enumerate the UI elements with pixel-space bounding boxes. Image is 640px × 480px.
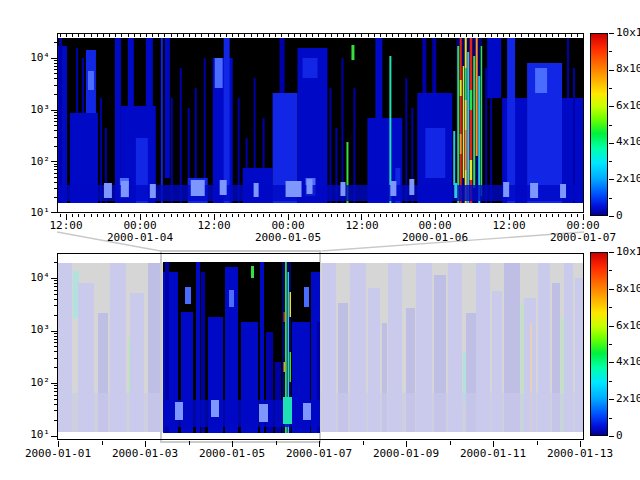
tick-mark [318, 34, 319, 37]
tick-mark [54, 315, 57, 316]
tick-mark [208, 34, 209, 37]
tick-mark [152, 214, 153, 217]
tick-mark [54, 182, 57, 183]
top-xtick-date: 2000-01-07 [543, 232, 623, 244]
tick-mark [51, 110, 57, 111]
tick-mark [503, 214, 504, 217]
bottom-xtick-label: 2000-01-09 [366, 448, 446, 460]
tick-mark [54, 410, 57, 411]
tick-mark [380, 34, 381, 37]
tick-mark [54, 385, 57, 386]
tick-mark [54, 388, 57, 389]
tick-mark [51, 161, 57, 162]
bottom-colorbar-label: 10x10⁷ [616, 246, 640, 258]
tick-mark [134, 214, 135, 217]
tick-mark [54, 420, 57, 421]
tick-mark [164, 34, 165, 37]
tick-mark [546, 34, 547, 37]
tick-mark [491, 214, 492, 217]
tick-mark [466, 214, 467, 217]
tick-mark [565, 214, 566, 217]
tick-mark [226, 214, 227, 217]
tick-mark [251, 214, 252, 217]
tick-mark [109, 34, 110, 37]
tick-mark [115, 214, 116, 217]
tick-mark [263, 34, 264, 37]
tick-mark [331, 34, 332, 37]
tick-mark [54, 73, 57, 74]
tick-mark [158, 214, 159, 217]
tick-mark [491, 34, 492, 37]
tick-mark [349, 34, 350, 37]
tick-mark [54, 146, 57, 147]
tick-mark [609, 307, 612, 308]
tick-mark [281, 214, 282, 217]
tick-mark [54, 94, 57, 95]
top-ytick-label: 10³ [20, 104, 50, 116]
tick-mark [497, 34, 498, 37]
tick-mark [189, 34, 190, 37]
tick-mark [146, 34, 147, 37]
tick-mark [201, 34, 202, 37]
tick-mark [54, 63, 57, 64]
top-ytick-label: 10⁴ [20, 52, 50, 64]
tick-mark [392, 34, 393, 37]
tick-mark [257, 34, 258, 37]
tick-mark [189, 441, 190, 445]
top-xtick-date: 2000-01-06 [395, 232, 475, 244]
tick-mark [54, 346, 57, 347]
spectrogram-figure: 10⁴ 10³ 10² 10¹ 12:00 00:00 12:00 00:00 … [0, 0, 640, 480]
tick-mark [355, 214, 356, 217]
tick-mark [472, 34, 473, 37]
tick-mark [374, 214, 375, 217]
tick-mark [276, 441, 277, 445]
bottom-colorbar-label: 0 [616, 430, 640, 442]
top-xtick-date: 2000-01-04 [100, 232, 180, 244]
tick-mark [263, 214, 264, 217]
tick-mark [54, 358, 57, 359]
tick-mark [355, 34, 356, 37]
top-colorbar [590, 33, 608, 216]
tick-mark [54, 130, 57, 131]
tick-mark [97, 214, 98, 217]
tick-mark [60, 34, 61, 37]
tick-mark [312, 214, 313, 217]
top-xtick-time: 12:00 [479, 220, 539, 232]
tick-mark [609, 381, 612, 382]
tick-mark [417, 214, 418, 217]
tick-mark [54, 112, 57, 113]
tick-mark [214, 34, 215, 37]
tick-mark [454, 214, 455, 217]
tick-mark [208, 214, 209, 217]
tick-mark [226, 34, 227, 37]
tick-mark [54, 78, 57, 79]
tick-mark [134, 34, 135, 37]
tick-mark [54, 286, 57, 287]
tick-mark [232, 214, 233, 217]
tick-mark [609, 344, 612, 345]
tick-mark [528, 34, 529, 37]
tick-mark [374, 34, 375, 37]
tick-mark [441, 34, 442, 37]
tick-mark [54, 395, 57, 396]
tick-mark [201, 214, 202, 217]
tick-mark [534, 34, 535, 37]
tick-mark [417, 34, 418, 37]
tick-mark [54, 283, 57, 284]
tick-mark [195, 214, 196, 217]
tick-mark [609, 198, 612, 199]
tick-mark [164, 214, 165, 217]
tick-mark [609, 362, 614, 363]
tick-mark [269, 34, 270, 37]
tick-mark [115, 34, 116, 37]
tick-mark [515, 34, 516, 37]
tick-mark [158, 34, 159, 37]
tick-mark [54, 342, 57, 343]
tick-mark [275, 34, 276, 37]
tick-mark [54, 85, 57, 86]
tick-mark [552, 34, 553, 37]
top-xtick-time: 12:00 [36, 220, 96, 232]
tick-mark [361, 34, 362, 37]
tick-mark [54, 294, 57, 295]
tick-mark [103, 214, 104, 217]
